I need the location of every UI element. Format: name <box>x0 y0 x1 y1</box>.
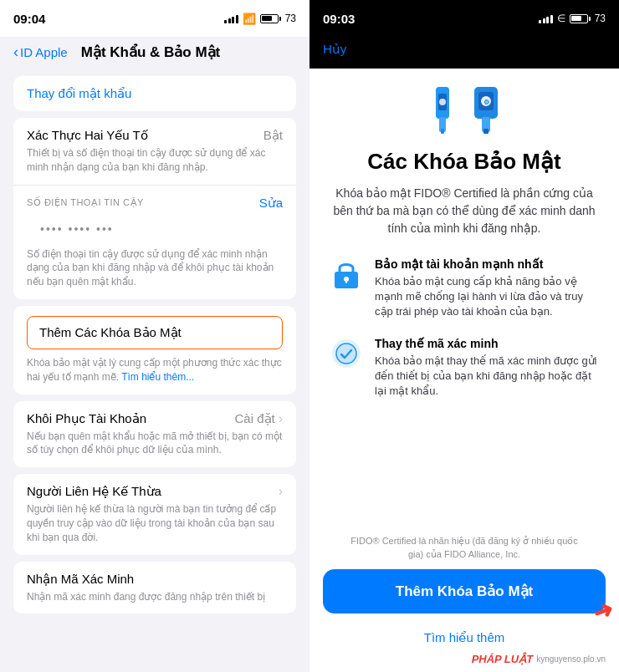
nav-bar-right: Hủy <box>310 37 619 69</box>
two-factor-row: Xác Thực Hai Yếu Tố Bật <box>27 128 283 143</box>
back-button[interactable]: ‹ ID Apple <box>13 43 68 61</box>
phone-field: •••• •••• ••• <box>27 214 283 244</box>
account-recovery-title: Khôi Phục Tài Khoản <box>27 411 146 426</box>
left-panel: 09:04 📶 73 ‹ ID Apple Mật Khẩu & Bảo Mậ <box>0 0 310 672</box>
scroll-content-left: Thay đổi mật khẩu Xác Thực Hai Yếu Tố Bậ… <box>0 69 310 672</box>
add-key-button[interactable]: Thêm Khóa Bảo Mật ➜ <box>323 569 606 613</box>
page-main-title: Các Khóa Bảo Mật <box>367 149 560 175</box>
account-recovery-section: Khôi Phục Tài Khoản Cài đặt › Nếu bạn qu… <box>13 401 296 468</box>
svg-text:⚙: ⚙ <box>483 99 489 106</box>
svg-rect-4 <box>441 129 444 134</box>
shield-icon-wrap <box>330 337 363 370</box>
legacy-contact-title: Người Liên Hệ Kế Thừa <box>27 484 161 499</box>
nav-bar-left: ‹ ID Apple Mật Khẩu & Bảo Mật <box>0 37 310 69</box>
add-security-key-description: Khóa bảo mật vật lý cung cấp một phương … <box>27 356 283 384</box>
phone-value: •••• •••• ••• <box>40 222 114 236</box>
brand-name: PHÁP LUẬT <box>472 653 534 665</box>
two-factor-section: Xác Thực Hai Yếu Tố Bật Thiết bị và số đ… <box>13 118 296 299</box>
status-icons-left: 📶 73 <box>224 13 296 25</box>
svg-point-15 <box>335 343 357 364</box>
svg-point-2 <box>439 99 446 105</box>
svg-rect-13 <box>345 279 347 283</box>
change-password-section: Thay đổi mật khẩu <box>13 76 296 111</box>
right-panel: 09:03 ∈ 73 Hủy <box>310 0 619 672</box>
account-recovery-item[interactable]: Khôi Phục Tài Khoản Cài đặt › Nếu bạn qu… <box>13 401 296 468</box>
wifi-icon-right: ∈ <box>557 13 565 24</box>
svg-rect-10 <box>483 129 489 134</box>
back-chevron-icon: ‹ <box>13 43 18 61</box>
add-security-key-label: Thêm Các Khóa Bảo Mật <box>39 325 182 339</box>
feature-text-1: Bảo mật tài khoản mạnh nhất Khóa bảo mật… <box>375 257 599 320</box>
security-key-icon-1 <box>424 85 461 135</box>
signal-icon-left <box>224 13 238 23</box>
feature-item-2: Thay thế mã xác minh Khóa bảo mật thay t… <box>330 337 599 400</box>
feature-title-2: Thay thế mã xác minh <box>375 337 599 350</box>
add-security-key-item[interactable]: Thêm Các Khóa Bảo Mật Khóa bảo mật vật l… <box>13 306 296 395</box>
legacy-contact-section: Người Liên Hệ Kế Thừa › Người liên hệ kế… <box>13 474 296 554</box>
feature-text-2: Thay thế mã xác minh Khóa bảo mật thay t… <box>375 337 599 400</box>
wifi-icon-left: 📶 <box>243 13 256 25</box>
feature-list: Bảo mật tài khoản mạnh nhất Khóa bảo mật… <box>330 257 599 415</box>
change-password-item[interactable]: Thay đổi mật khẩu <box>13 76 296 111</box>
chevron-right-icon-2: › <box>279 484 283 499</box>
verification-code-description: Nhận mã xác minh đang được đăng nhập trê… <box>27 590 283 604</box>
brand-logo: PHÁP LUẬT <box>472 652 534 665</box>
security-keys-icon: ⚙ <box>424 85 504 135</box>
page-title-left: Mật Khẩu & Bảo Mật <box>81 43 221 61</box>
edit-button[interactable]: Sửa <box>259 196 283 211</box>
two-factor-description: Thiết bị và số điện thoại tin cậy được s… <box>27 146 283 175</box>
two-factor-title: Xác Thực Hai Yếu Tố <box>27 128 148 143</box>
trusted-phone-description: Số điện thoại tin cậy được sử dụng để xá… <box>27 247 283 289</box>
legacy-contact-row: Người Liên Hệ Kế Thừa › <box>27 484 283 499</box>
verification-code-item[interactable]: Nhận Mã Xác Minh Nhận mã xác minh đang đ… <box>13 562 296 614</box>
change-password-label: Thay đổi mật khẩu <box>27 86 131 100</box>
security-key-icon-2: ⚙ <box>468 85 504 135</box>
shield-check-icon <box>330 338 362 369</box>
legacy-contact-item[interactable]: Người Liên Hệ Kế Thừa › Người liên hệ kế… <box>13 474 296 554</box>
status-icons-right: ∈ 73 <box>539 13 606 24</box>
feature-desc-2: Khóa bảo mật thay thế mã xác minh được g… <box>375 354 599 400</box>
learn-more-link-left[interactable]: Tìm hiểu thêm... <box>121 371 194 383</box>
status-bar-left: 09:04 📶 73 <box>0 0 310 37</box>
account-recovery-value: Cài đặt <box>234 411 274 426</box>
status-time-right: 09:03 <box>323 12 355 26</box>
two-factor-value: Bật <box>263 128 283 143</box>
watermark-site: kynguyenso.plo.vn <box>536 654 606 664</box>
account-recovery-right: Cài đặt › <box>234 411 283 426</box>
signal-icon-right <box>539 13 553 23</box>
right-content: ⚙ Các Khóa Bảo Mật Khóa bảo mật FIDO® Ce… <box>310 69 619 569</box>
trusted-phone-label: SỐ ĐIỆN THOẠI TIN CẬY <box>27 197 144 208</box>
battery-icon-right <box>570 14 591 23</box>
page-description: Khóa bảo mật FIDO® Certified là phần cứn… <box>330 185 599 237</box>
add-key-label: Thêm Khóa Bảo Mật <box>396 583 534 599</box>
battery-pct-left: 73 <box>285 13 296 24</box>
battery-icon-left <box>260 14 281 23</box>
account-recovery-description: Nếu bạn quên mật khẩu hoặc mã mở thiết b… <box>27 430 283 458</box>
status-time-left: 09:04 <box>13 12 45 26</box>
verification-code-title: Nhận Mã Xác Minh <box>27 572 134 586</box>
watermark: PHÁP LUẬT kynguyenso.plo.vn <box>310 649 619 672</box>
verification-code-section: Nhận Mã Xác Minh Nhận mã xác minh đang đ… <box>13 562 296 614</box>
cancel-button[interactable]: Hủy <box>323 42 346 56</box>
chevron-right-icon: › <box>279 411 283 426</box>
lock-icon <box>330 258 362 290</box>
trusted-phone-section: SỐ ĐIỆN THOẠI TIN CẬY Sửa •••• •••• ••• … <box>13 186 296 299</box>
back-label: ID Apple <box>20 45 68 59</box>
legacy-contact-description: Người liên hệ kế thừa là người mà bạn ti… <box>27 502 283 544</box>
status-bar-right: 09:03 ∈ 73 <box>310 0 619 37</box>
add-button-container: Thêm Khóa Bảo Mật ➜ <box>310 569 619 620</box>
battery-pct-right: 73 <box>595 13 606 24</box>
account-recovery-row: Khôi Phục Tài Khoản Cài đặt › <box>27 411 283 426</box>
add-security-key-section: Thêm Các Khóa Bảo Mật Khóa bảo mật vật l… <box>13 306 296 395</box>
footer-note: FIDO® Certified là nhãn hiệu (đã đăng ký… <box>330 527 599 569</box>
learn-more-right-container: Tìm hiểu thêm <box>310 620 619 649</box>
feature-desc-1: Khóa bảo mật cung cấp khả năng bảo vệ mạ… <box>375 274 599 320</box>
feature-title-1: Bảo mật tài khoản mạnh nhất <box>375 257 599 271</box>
lock-icon-wrap <box>330 257 363 291</box>
feature-item-1: Bảo mật tài khoản mạnh nhất Khóa bảo mật… <box>330 257 599 320</box>
two-factor-item[interactable]: Xác Thực Hai Yếu Tố Bật Thiết bị và số đ… <box>13 118 296 186</box>
trusted-phone-header-row: SỐ ĐIỆN THOẠI TIN CẬY Sửa <box>27 196 283 211</box>
learn-more-right-link[interactable]: Tìm hiểu thêm <box>424 630 505 644</box>
add-security-key-button[interactable]: Thêm Các Khóa Bảo Mật <box>27 316 283 349</box>
